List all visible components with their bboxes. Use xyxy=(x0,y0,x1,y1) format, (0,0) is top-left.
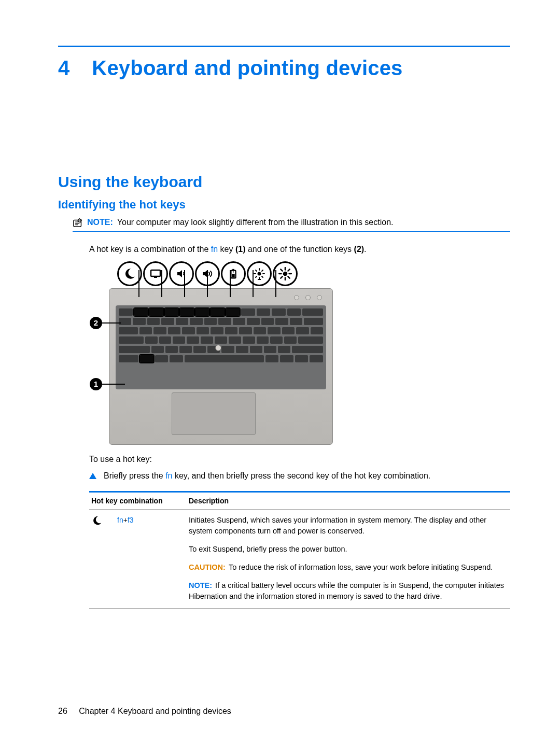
step-item: Briefly press the fn key, and then brief… xyxy=(89,471,510,481)
header-combo: Hot key combination xyxy=(91,497,179,505)
section-heading: Using the keyboard xyxy=(58,173,510,191)
svg-text:+: + xyxy=(232,270,234,274)
moon-icon xyxy=(91,515,103,528)
to-use-text: To use a hot key: xyxy=(89,453,510,465)
subsection-heading: Identifying the hot keys xyxy=(58,198,510,212)
battery-icon: + xyxy=(221,261,246,286)
hotkey-combo: fn+f3 xyxy=(117,515,134,525)
table-header: Hot key combination Description xyxy=(89,493,510,510)
note-block: NOTE:Your computer may look slightly dif… xyxy=(73,217,510,232)
page-footer: 26 Chapter 4 Keyboard and pointing devic… xyxy=(58,707,231,716)
intro-paragraph: A hot key is a combination of the fn key… xyxy=(89,243,510,255)
step-text: Briefly press the fn key, and then brief… xyxy=(104,471,430,481)
brightness-up-icon xyxy=(273,261,298,286)
chapter-heading: 4 Keyboard and pointing devices xyxy=(58,57,510,80)
triangle-bullet-icon xyxy=(89,473,96,479)
desc-note: NOTE:If a critical battery level occurs … xyxy=(189,580,510,602)
keyboard-illustration: + xyxy=(89,261,333,445)
display-icon xyxy=(143,261,168,286)
header-desc: Description xyxy=(189,497,229,505)
svg-line-13 xyxy=(262,276,263,277)
touchpad xyxy=(172,392,256,435)
desc-p2: To exit Suspend, briefly press the power… xyxy=(189,544,510,555)
chapter-title: Keyboard and pointing devices xyxy=(92,57,402,79)
callout-1: 1 xyxy=(90,378,102,390)
volume-down-icon xyxy=(169,261,194,286)
desc-caution: CAUTION:To reduce the risk of informatio… xyxy=(189,562,510,573)
chapter-number: 4 xyxy=(58,57,86,80)
svg-line-22 xyxy=(281,269,282,271)
note-icon xyxy=(73,217,84,228)
callout-2: 2 xyxy=(90,317,102,329)
fn-key-text: fn xyxy=(211,245,218,254)
svg-rect-5 xyxy=(232,274,235,277)
svg-line-24 xyxy=(281,276,282,278)
footer-chapter: Chapter 4 Keyboard and pointing devices xyxy=(79,707,231,715)
brightness-down-icon xyxy=(247,261,272,286)
svg-line-12 xyxy=(256,270,257,271)
top-rule xyxy=(58,46,510,47)
caution-label: CAUTION: xyxy=(189,563,226,571)
svg-point-7 xyxy=(258,272,261,275)
note-text-wrap: NOTE:Your computer may look slightly dif… xyxy=(87,217,393,228)
hotkey-table: Hot key combination Description fn+f3 In… xyxy=(89,491,510,609)
svg-line-23 xyxy=(288,276,289,278)
svg-line-15 xyxy=(262,270,263,271)
pointing-stick xyxy=(215,345,221,351)
table-row: fn+f3 Initiates Suspend, which saves you… xyxy=(89,510,510,609)
hotkey-description: Initiates Suspend, which saves your info… xyxy=(189,515,510,602)
note-label: NOTE: xyxy=(87,218,113,227)
svg-line-25 xyxy=(288,269,289,271)
svg-point-17 xyxy=(283,271,288,276)
svg-rect-1 xyxy=(151,270,160,276)
svg-rect-2 xyxy=(154,277,157,278)
note-text: Your computer may look slightly differen… xyxy=(117,218,394,227)
note-label: NOTE: xyxy=(189,581,212,589)
desc-p1: Initiates Suspend, which saves your info… xyxy=(189,515,510,537)
svg-line-14 xyxy=(256,276,257,277)
page-number: 26 xyxy=(58,707,67,715)
